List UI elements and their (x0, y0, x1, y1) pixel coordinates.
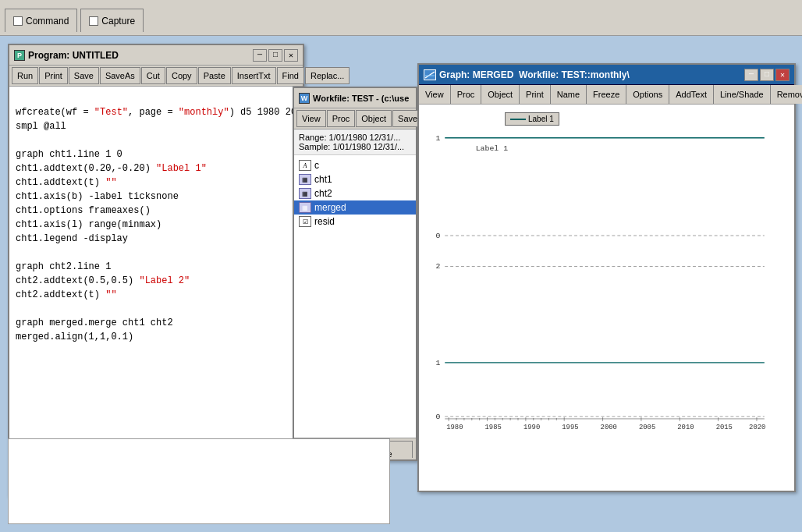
svg-text:2000: 2000 (601, 424, 617, 431)
series-merged-icon: ▦ (299, 202, 311, 213)
btn-paste[interactable]: Paste (198, 67, 231, 84)
tab-command[interactable]: Command (5, 9, 77, 32)
btn-find[interactable]: Find (277, 67, 304, 84)
series-resid[interactable]: ☑ resid (294, 215, 416, 229)
btn-inserttxt[interactable]: InsertTxt (232, 67, 276, 84)
code-line-11: cht2.addtext(0.5,0.5) "Label 2" (16, 275, 190, 286)
chart-svg: 1 0 Label 1 2 1 0 1980 (425, 119, 788, 473)
workfile-toolbar: View Proc Object Save (294, 108, 416, 129)
main-area: P Program: UNTITLED ─ □ ✕ Run Print Save… (0, 36, 802, 532)
program-close-btn[interactable]: ✕ (284, 49, 298, 62)
btn-copy[interactable]: Copy (166, 67, 197, 84)
graph-title-icon (424, 69, 436, 80)
series-cht2-icon: ▦ (299, 188, 311, 199)
btn-saveas[interactable]: SaveAs (100, 67, 140, 84)
svg-text:2: 2 (435, 262, 440, 271)
btn-graph-proc[interactable]: Proc (451, 85, 482, 104)
code-line-12: cht2.addtext(t) "" (16, 289, 117, 300)
workfile-title-icon: W (299, 93, 310, 104)
legend-line-1 (510, 119, 526, 120)
svg-text:1985: 1985 (485, 424, 502, 431)
bottom-white-area (8, 438, 390, 524)
svg-text:0: 0 (435, 413, 440, 421)
graph-title: Graph: MERGED Workfile: TEST::monthly\ (424, 69, 630, 80)
btn-run[interactable]: Run (12, 67, 38, 84)
series-cht2[interactable]: ▦ cht2 (294, 186, 416, 200)
graph-minimize-btn[interactable]: ─ (744, 69, 758, 81)
btn-wf-proc[interactable]: Proc (327, 110, 356, 127)
code-line-4: cht1.addtext(0.20,-0.20) "Label 1" (16, 163, 207, 174)
series-cht1-icon: ▦ (299, 174, 311, 185)
code-line-2: smpl @all (16, 121, 66, 132)
svg-text:Label 1: Label 1 (476, 144, 508, 153)
command-icon (13, 16, 23, 26)
svg-text:1980: 1980 (446, 424, 463, 431)
svg-text:0: 0 (435, 232, 440, 240)
tab-command-label: Command (26, 16, 69, 27)
svg-text:1995: 1995 (562, 424, 578, 431)
graph-window: Graph: MERGED Workfile: TEST::monthly\ ─… (417, 63, 796, 492)
series-c[interactable]: A c (294, 158, 416, 172)
program-minimize-btn[interactable]: ─ (253, 49, 267, 62)
code-line-7: cht1.options frameaxes() (16, 205, 151, 216)
svg-text:1: 1 (435, 134, 440, 143)
workfile-title-text: Workfile: TEST - (c:\use (313, 94, 409, 103)
graph-maximize-btn[interactable]: □ (760, 69, 774, 81)
btn-cut[interactable]: Cut (141, 67, 165, 84)
btn-graph-addtext[interactable]: AddText (669, 85, 714, 104)
sample-line: Sample: 1/01/1980 12/31/... (299, 142, 411, 151)
range-line: Range: 1/01/1980 12/31/... (299, 133, 411, 142)
btn-graph-view[interactable]: View (419, 85, 451, 104)
btn-graph-print[interactable]: Print (520, 85, 551, 104)
legend-box: Label 1 (505, 112, 559, 126)
program-title-text: Program: UNTITLED (28, 50, 119, 61)
code-line-10: graph cht2.line 1 (16, 261, 111, 272)
program-title: P Program: UNTITLED (14, 50, 119, 61)
graph-content: Label 1 1 0 Label 1 2 1 0 (419, 105, 794, 471)
btn-graph-object[interactable]: Object (481, 85, 520, 104)
tab-capture[interactable]: Capture (80, 9, 144, 32)
code-line-14: merged.align(1,1,0.1) (16, 332, 133, 342)
series-c-label: c (314, 160, 319, 171)
series-resid-icon: ☑ (299, 216, 311, 227)
code-line-8: cht1.axis(l) range(minmax) (16, 219, 161, 230)
series-cht1-label: cht1 (314, 174, 332, 185)
program-maximize-btn[interactable]: □ (268, 49, 282, 62)
code-line-6: cht1.axis(b) -label ticksnone (16, 191, 179, 202)
btn-graph-options[interactable]: Options (626, 85, 669, 104)
graph-close-btn[interactable]: ✕ (775, 69, 790, 81)
series-c-icon: A (299, 160, 311, 171)
code-line-1: wfcreate(wf = "Test", page = "monthly") … (16, 107, 303, 118)
btn-graph-freeze[interactable]: Freeze (587, 85, 626, 104)
graph-titlebar: Graph: MERGED Workfile: TEST::monthly\ ─… (419, 65, 794, 85)
series-cht2-label: cht2 (314, 188, 332, 199)
btn-graph-name[interactable]: Name (551, 85, 587, 104)
btn-graph-lineshade[interactable]: Line/Shade (714, 85, 771, 104)
legend-item-label1: Label 1 (510, 115, 554, 123)
code-editor[interactable]: wfcreate(wf = "Test", page = "monthly") … (9, 87, 303, 477)
code-line-5: cht1.addtext(t) "" (16, 177, 117, 188)
svg-text:2015: 2015 (716, 424, 733, 431)
program-toolbar: Run Print Save SaveAs Cut Copy Paste Ins… (9, 66, 303, 87)
workfile-window: W Workfile: TEST - (c:\use View Proc Obj… (293, 87, 417, 461)
series-list: A c ▦ cht1 ▦ cht2 ▦ merged ☑ resid (294, 155, 416, 232)
btn-graph-remove[interactable]: Remove (771, 85, 802, 104)
svg-text:2020: 2020 (749, 424, 765, 431)
code-line-13: graph merged.merge cht1 cht2 (16, 317, 173, 328)
graph-toolbar: View Proc Object Print Name Freeze Optio… (419, 85, 794, 105)
btn-wf-view[interactable]: View (296, 110, 326, 127)
capture-icon (89, 16, 98, 26)
graph-window-controls: ─ □ ✕ (744, 69, 790, 81)
btn-replace[interactable]: Replac... (305, 67, 350, 84)
btn-save[interactable]: Save (69, 67, 99, 84)
workfile-titlebar: W Workfile: TEST - (c:\use (294, 88, 416, 108)
program-window: P Program: UNTITLED ─ □ ✕ Run Print Save… (8, 44, 304, 496)
series-resid-label: resid (314, 216, 335, 227)
workfile-range: Range: 1/01/1980 12/31/... Sample: 1/01/… (294, 129, 416, 155)
btn-print[interactable]: Print (39, 67, 68, 84)
series-cht1[interactable]: ▦ cht1 (294, 172, 416, 186)
btn-wf-object[interactable]: Object (356, 110, 392, 127)
program-window-controls: ─ □ ✕ (253, 49, 298, 62)
program-title-icon: P (14, 50, 25, 61)
series-merged[interactable]: ▦ merged (294, 200, 416, 215)
